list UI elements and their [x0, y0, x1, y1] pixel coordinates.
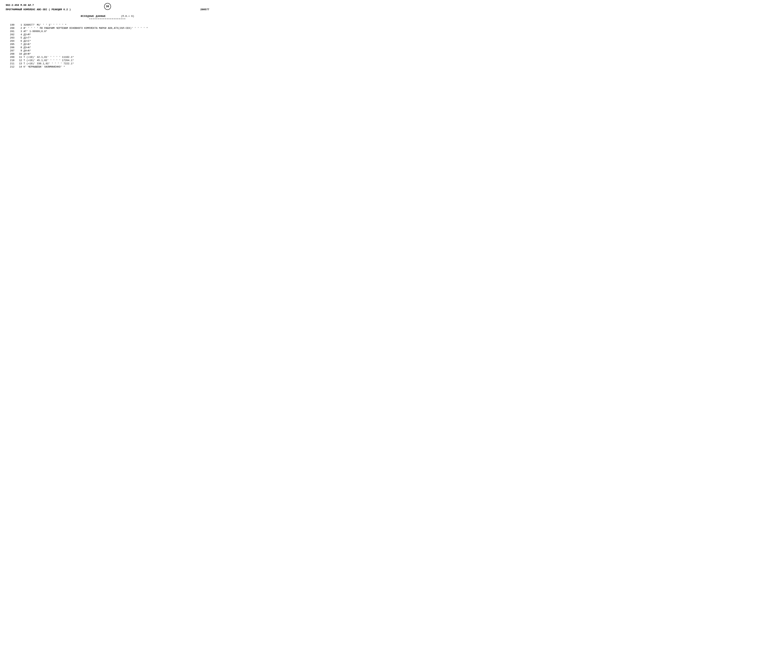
row-content: К' ЧЕРНЫШЕВА' ХАЛИМАНЕНКО' *: [23, 65, 209, 68]
table-row: 20911Т (=19)' 42.1,01' ' ' ' ' 11102.1*: [6, 56, 209, 59]
table-row: 2013АТ' 1-99999;0.0*: [6, 30, 209, 33]
line-number: 202: [6, 33, 15, 36]
row-number: 1: [15, 23, 23, 26]
table-row: 20810Д4=Ж*: [6, 52, 209, 56]
line-number: 208: [6, 52, 15, 56]
row-content: Д3=А*: [23, 46, 209, 49]
row-content: АТ' 1-99999;0.0*: [23, 30, 209, 33]
row-content: Т (=19)' 42.1,01' ' ' ' ' 11102.1*: [23, 56, 209, 59]
table-row: 21012Т (=19)' 45.1,02' ' ' ' ' 17264.1*: [6, 59, 209, 62]
table-row: 21214К' ЧЕРНЫШЕВА' ХАЛИМАНЕНКО' *: [6, 65, 209, 68]
line-number: 212: [6, 65, 15, 68]
row-number: 8: [15, 46, 23, 49]
header-line1: 902-2-458 М.88 АЛ.7 30: [6, 4, 209, 7]
row-number: 14: [15, 65, 23, 68]
section-header: ИСХОДНЫЕ ДАННЫЕ (П.Н.= 6) ==============…: [6, 15, 209, 20]
row-content: Д2=Т*: [23, 36, 209, 39]
row-content: Т (=19)' 330.1,02' ' ' ' ' 7222.1*: [23, 62, 209, 65]
table-row: 2068Д3=А*: [6, 46, 209, 49]
doc-number: 200577: [200, 8, 209, 11]
row-number: 9: [15, 49, 23, 52]
circle-number: 30: [104, 3, 111, 10]
row-number: 4: [15, 33, 23, 36]
row-number: 12: [15, 59, 23, 62]
row-content: И' ' ' ' ' ПО РАБОЧИМ ЧЕРТЕЖАМ ОСНОВНОГО…: [23, 26, 209, 30]
row-number: 10: [15, 52, 23, 56]
row-content: Д2=М*: [23, 33, 209, 36]
line-number: 204: [6, 39, 15, 43]
line-number: 207: [6, 49, 15, 52]
line-number: 209: [6, 56, 15, 59]
table-row: 1991Э200577' М1' ' ' 1' ' ' ' ' *: [6, 23, 209, 26]
line-number: 199: [6, 23, 15, 26]
row-content: Д4=А*: [23, 49, 209, 52]
line-number: 206: [6, 46, 15, 49]
row-number: 5: [15, 36, 23, 39]
row-number: 2: [15, 26, 23, 30]
table-row: 2024Д2=М*: [6, 33, 209, 36]
table-row: 2035Д2=Т*: [6, 36, 209, 39]
data-table: 1991Э200577' М1' ' ' 1' ' ' ' ' *2002И' …: [6, 23, 209, 68]
row-number: 7: [15, 43, 23, 46]
row-number: 6: [15, 39, 23, 43]
line-number: 201: [6, 30, 15, 33]
table-row: 2057Д2=Б*: [6, 43, 209, 46]
line-number: 205: [6, 43, 15, 46]
row-content: Д4=Ж*: [23, 52, 209, 56]
row-content: Д2=С*: [23, 39, 209, 43]
row-number: 11: [15, 56, 23, 59]
doc-ref: 902-2-458 М.88 АЛ.7: [6, 4, 34, 7]
line-number: 203: [6, 36, 15, 39]
line-number: 210: [6, 59, 15, 62]
section-title: ИСХОДНЫЕ ДАННЫЕ: [81, 15, 106, 18]
section-separator: =====================: [6, 18, 209, 20]
row-content: Д2=Б*: [23, 43, 209, 46]
table-row: 21113Т (=19)' 330.1,02' ' ' ' ' 7222.1*: [6, 62, 209, 65]
table-row: 2002И' ' ' ' ' ПО РАБОЧИМ ЧЕРТЕЖАМ ОСНОВ…: [6, 26, 209, 30]
line-number: 211: [6, 62, 15, 65]
row-number: 13: [15, 62, 23, 65]
table-row: 2046Д2=С*: [6, 39, 209, 43]
row-content: Т (=19)' 45.1,02' ' ' ' ' 17264.1*: [23, 59, 209, 62]
row-content: Э200577' М1' ' ' 1' ' ' ' ' *: [23, 23, 209, 26]
section-params: (П.Н.= 6): [121, 15, 134, 18]
row-number: 3: [15, 30, 23, 33]
table-row: 2079Д4=А*: [6, 49, 209, 52]
program-title: ПРОГРАММНЫЙ КОМПЛЕКС АВС-3ЕС ( РЕАКЦИЯ 6…: [6, 8, 71, 11]
line-number: 200: [6, 26, 15, 30]
